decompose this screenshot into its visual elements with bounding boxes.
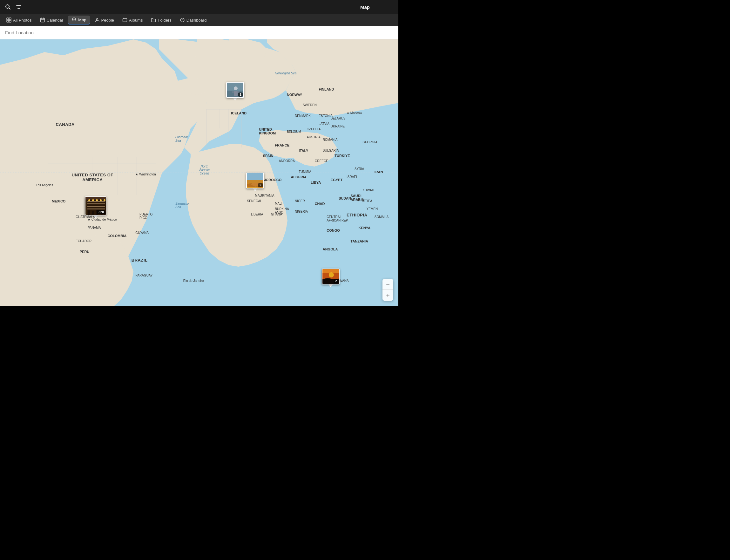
filter-button[interactable] [15, 3, 23, 11]
svg-point-51 [88, 199, 90, 201]
pin-count-africa-south: 2 [334, 279, 338, 283]
svg-rect-6 [9, 18, 11, 20]
svg-rect-46 [85, 197, 106, 200]
svg-point-20 [182, 20, 183, 20]
map-container: CANADA UNITED STATES OFAMERICA MEXICO CO… [0, 39, 398, 306]
map-pin-iceland[interactable]: 1 [226, 82, 244, 101]
zoom-controls: − + [382, 279, 393, 301]
svg-point-34 [234, 86, 238, 90]
svg-rect-50 [87, 208, 105, 209]
map-svg [0, 39, 398, 306]
tab-calendar[interactable]: Calendar [36, 16, 67, 24]
calendar-icon [40, 17, 45, 23]
svg-rect-16 [123, 19, 127, 22]
map-icon [72, 17, 77, 22]
dashboard-icon [180, 17, 185, 23]
search-button[interactable] [4, 3, 12, 11]
toolbar-left [4, 3, 23, 11]
pin-count-mexico: 320 [97, 210, 105, 214]
zoom-in-button[interactable]: + [382, 290, 393, 301]
svg-rect-47 [87, 201, 105, 202]
nav-tabs: All Photos Calendar Map People [0, 14, 398, 26]
pin-pointer-africa-south [329, 284, 333, 287]
pin-pointer-iceland [233, 98, 237, 101]
map-pin-mexico[interactable]: 320 [85, 196, 106, 218]
svg-rect-7 [7, 20, 9, 22]
search-bar [0, 26, 398, 39]
svg-line-1 [9, 8, 10, 10]
people-icon [95, 17, 100, 23]
svg-rect-9 [40, 18, 44, 22]
pin-photo-iceland: 1 [226, 82, 244, 98]
svg-rect-48 [87, 203, 105, 204]
tab-people[interactable]: People [91, 16, 118, 24]
tab-albums[interactable]: Albums [119, 16, 147, 24]
albums-icon [122, 17, 127, 23]
tab-map[interactable]: Map [68, 16, 90, 24]
svg-point-52 [92, 199, 94, 201]
zoom-out-button[interactable]: − [382, 279, 393, 290]
svg-point-54 [100, 199, 102, 201]
grid-icon [6, 17, 11, 23]
pin-pointer-mexico [93, 215, 98, 218]
tab-all-photos[interactable]: All Photos [3, 16, 36, 24]
pin-photo-mexico: 320 [85, 196, 106, 215]
pin-photo-morocco: 2 [246, 173, 264, 188]
svg-rect-35 [234, 91, 238, 96]
svg-rect-57 [92, 211, 94, 215]
toolbar: Map [0, 0, 398, 14]
location-search-input[interactable] [5, 30, 393, 35]
svg-rect-8 [9, 20, 11, 22]
tab-folders-label: Folders [158, 18, 171, 23]
tab-map-label: Map [78, 17, 86, 22]
svg-point-55 [104, 199, 106, 201]
pin-count-morocco: 2 [258, 183, 263, 187]
svg-point-65 [329, 272, 334, 277]
svg-rect-36 [232, 92, 235, 92]
pin-count-iceland: 1 [238, 92, 243, 97]
tab-all-photos-label: All Photos [13, 18, 32, 23]
svg-rect-56 [88, 210, 90, 215]
tab-albums-label: Albums [129, 18, 143, 23]
svg-rect-5 [7, 18, 9, 20]
svg-rect-49 [87, 206, 105, 207]
window-title: Map [360, 4, 370, 10]
tab-calendar-label: Calendar [47, 18, 64, 23]
tab-dashboard-label: Dashboard [187, 18, 207, 23]
svg-point-14 [74, 19, 75, 20]
folders-icon [151, 17, 156, 23]
tab-people-label: People [101, 18, 114, 23]
pin-photo-africa-south: 2 [322, 269, 340, 284]
pin-pointer-morocco [253, 188, 257, 191]
svg-point-15 [96, 18, 98, 20]
tab-dashboard[interactable]: Dashboard [176, 16, 211, 24]
svg-point-53 [96, 199, 98, 201]
tab-folders[interactable]: Folders [147, 16, 175, 24]
map-pin-morocco[interactable]: 2 [246, 173, 264, 191]
map-pin-africa-south[interactable]: 2 [322, 269, 340, 287]
